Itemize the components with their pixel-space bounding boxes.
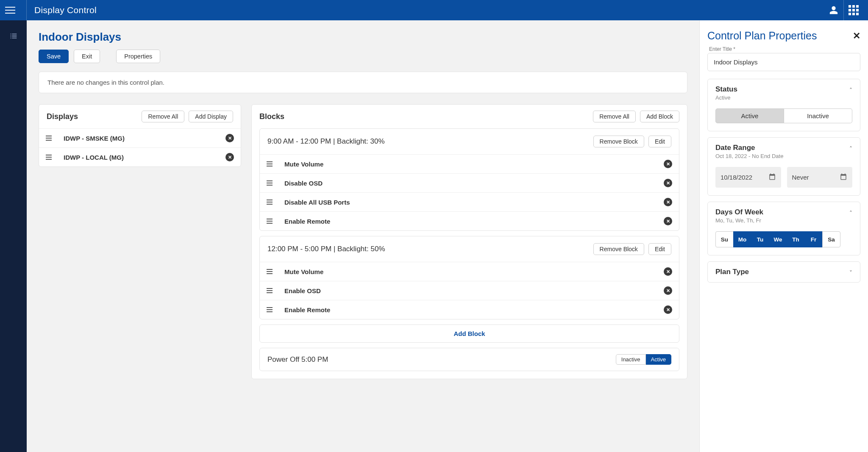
drag-handle-icon[interactable] [267,180,274,186]
display-row[interactable]: IDWP - SMSKE (MG) ✕ [39,128,241,147]
setting-row[interactable]: Mute Volume ✕ [260,262,679,281]
plan-type-heading: Plan Type [715,268,749,276]
user-icon[interactable] [824,0,843,20]
remove-setting-icon[interactable]: ✕ [664,198,672,206]
remove-setting-icon[interactable]: ✕ [664,267,672,276]
day-toggle-we[interactable]: We [769,231,787,247]
setting-row[interactable]: Disable All USB Ports ✕ [260,192,679,211]
date-range-accordion-header[interactable]: Date Range Oct 18, 2022 - No End Date ˄ [708,138,860,165]
remove-setting-icon[interactable]: ✕ [664,179,672,187]
block-card: 9:00 AM - 12:00 PM | Backlight: 30% Remo… [259,128,679,231]
blocks-panel: Blocks Remove All Add Block 9:00 AM - 12… [251,104,687,379]
status-accordion-header[interactable]: Status Active ˄ [708,79,860,107]
display-name: IDWP - LOCAL (MG) [64,154,225,161]
list-icon[interactable] [9,31,18,42]
status-active-button[interactable]: Active [715,108,784,123]
setting-label: Disable OSD [284,180,664,187]
action-bar: Save Exit Properties [39,50,687,63]
day-toggle-th[interactable]: Th [787,231,805,247]
exit-button[interactable]: Exit [74,50,100,63]
days-accordion-header[interactable]: Days Of Week Mo, Tu, We, Th, Fr ˄ [708,202,860,230]
start-date-input[interactable]: 10/18/2022 [715,167,781,188]
block-card: 12:00 PM - 5:00 PM | Backlight: 50% Remo… [259,236,679,319]
edit-block-button[interactable]: Edit [648,243,671,255]
remove-setting-icon[interactable]: ✕ [664,286,672,295]
drag-handle-icon[interactable] [46,136,53,141]
block-header: 12:00 PM - 5:00 PM | Backlight: 50% [267,245,385,253]
remove-display-icon[interactable]: ✕ [225,153,234,161]
days-heading: Days Of Week [715,208,763,216]
power-active-button[interactable]: Active [646,354,671,365]
add-block-row[interactable]: Add Block [259,324,679,343]
menu-icon[interactable] [5,4,17,16]
drag-handle-icon[interactable] [267,219,274,224]
day-toggle-tu[interactable]: Tu [751,231,769,247]
properties-button[interactable]: Properties [116,50,160,63]
status-accordion: Status Active ˄ Active Inactive [707,79,860,131]
drag-handle-icon[interactable] [267,161,274,166]
remove-all-blocks-button[interactable]: Remove All [593,111,636,122]
remove-setting-icon[interactable]: ✕ [664,217,672,225]
edit-block-button[interactable]: Edit [648,136,671,147]
chevron-up-icon: ˄ [849,210,852,216]
power-row: Power Off 5:00 PM Inactive Active [259,348,679,371]
drag-handle-icon[interactable] [267,269,274,274]
close-icon[interactable]: ✕ [853,31,860,42]
save-button[interactable]: Save [39,50,69,63]
display-name: IDWP - SMSKE (MG) [64,135,225,142]
end-date-value: Never [792,174,809,181]
calendar-icon [840,173,847,182]
status-sub: Active [715,94,737,101]
displays-panel: Displays Remove All Add Display IDWP - S… [39,104,241,167]
remove-all-displays-button[interactable]: Remove All [142,111,184,122]
notice-banner: There are no changes in this control pla… [39,72,687,93]
apps-icon[interactable] [843,0,863,20]
remove-block-button[interactable]: Remove Block [593,136,644,147]
drag-handle-icon[interactable] [46,155,53,160]
date-range-sub: Oct 18, 2022 - No End Date [715,153,783,159]
blocks-panel-title: Blocks [259,112,284,121]
chevron-up-icon: ˄ [849,87,852,94]
day-toggle-mo[interactable]: Mo [733,231,751,247]
end-date-input[interactable]: Never [787,167,853,188]
setting-label: Mute Volume [284,161,664,168]
setting-label: Mute Volume [284,268,664,275]
start-date-value: 10/18/2022 [721,174,752,181]
drag-handle-icon[interactable] [267,288,274,293]
add-block-button[interactable]: Add Block [640,111,679,122]
plan-type-accordion: Plan Type ˅ [707,261,860,283]
setting-row[interactable]: Enable OSD ✕ [260,281,679,300]
displays-panel-title: Displays [47,112,78,121]
day-toggle-sa[interactable]: Sa [822,231,840,247]
status-inactive-button[interactable]: Inactive [784,108,852,123]
day-toggle-fr[interactable]: Fr [804,231,823,247]
remove-display-icon[interactable]: ✕ [225,134,234,142]
day-toggle-su[interactable]: Su [715,231,734,247]
date-range-heading: Date Range [715,144,783,152]
properties-title: Control Plan Properties [707,30,817,42]
remove-setting-icon[interactable]: ✕ [664,160,672,168]
setting-label: Disable All USB Ports [284,199,664,206]
setting-row[interactable]: Enable Remote ✕ [260,211,679,230]
days-accordion: Days Of Week Mo, Tu, We, Th, Fr ˄ SuMoTu… [707,202,860,255]
setting-row[interactable]: Enable Remote ✕ [260,300,679,319]
setting-label: Enable Remote [284,218,664,225]
add-display-button[interactable]: Add Display [189,111,233,122]
setting-row[interactable]: Mute Volume ✕ [260,154,679,173]
left-nav [0,20,27,452]
app-title: Display Control [34,5,97,15]
page-title: Indoor Displays [39,31,687,44]
block-header: 9:00 AM - 12:00 PM | Backlight: 30% [267,137,385,146]
chevron-up-icon: ˄ [849,145,852,152]
display-row[interactable]: IDWP - LOCAL (MG) ✕ [39,147,241,166]
drag-handle-icon[interactable] [267,200,274,205]
remove-setting-icon[interactable]: ✕ [664,305,672,314]
remove-block-button[interactable]: Remove Block [593,243,644,255]
plan-type-accordion-header[interactable]: Plan Type ˅ [708,262,860,282]
topbar: Display Control [0,0,868,20]
setting-row[interactable]: Disable OSD ✕ [260,173,679,192]
drag-handle-icon[interactable] [267,307,274,312]
title-input[interactable] [707,53,860,71]
properties-sidebar: Control Plan Properties ✕ Enter Title * … [699,20,868,452]
power-inactive-button[interactable]: Inactive [616,354,646,365]
